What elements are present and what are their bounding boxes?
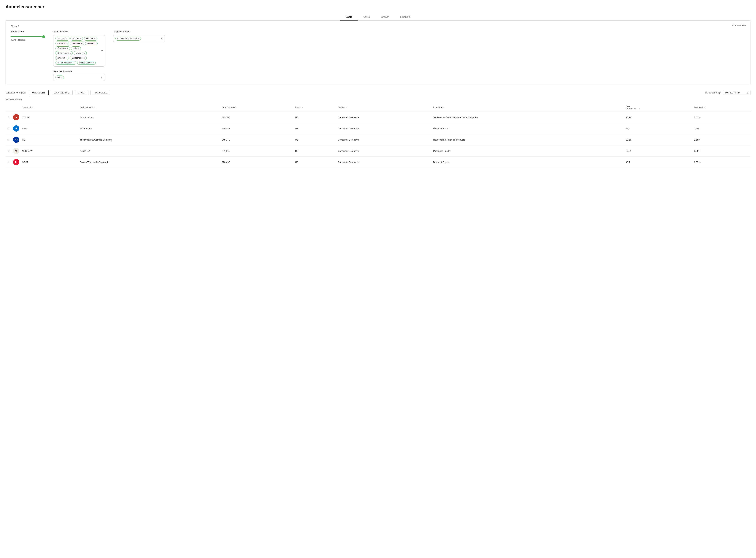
tab-financial[interactable]: Financial (395, 14, 416, 21)
col-sector[interactable]: Sector ⇅ (336, 103, 432, 112)
tag-australia[interactable]: Australia × (55, 37, 70, 41)
company-logo: ▲ (13, 114, 19, 120)
cell-beurswaarde: 345,14B (220, 134, 294, 145)
remove-switzerland[interactable]: × (83, 57, 85, 59)
company-logo: 🦅 (13, 148, 19, 154)
remove-netherlands[interactable]: × (70, 52, 71, 54)
cell-name: Broadcom Inc (78, 112, 220, 123)
favorite-button[interactable]: ☆ (7, 149, 10, 153)
table-row: ☆ ▲ 1YD.DE Broadcom Inc 425,38B US Consu… (5, 112, 751, 123)
reset-label: Reset alles (735, 24, 746, 27)
bedrijfsnaam-sort-icon: ⇅ (94, 106, 96, 108)
cell-beurswaarde: 425,38B (220, 112, 294, 123)
remove-france[interactable]: × (94, 43, 96, 45)
tag-austria[interactable]: Austria × (71, 37, 83, 41)
remove-italy[interactable]: × (78, 47, 79, 50)
col-beurswaarde[interactable]: Beurswaarde ↓ (220, 103, 294, 112)
col-symbool[interactable]: Symbool ⇅ (21, 103, 78, 112)
cell-symbol: 1YD.DE (21, 112, 78, 123)
sort-container: Sla screener op: MARKET CAP ∨ (705, 90, 751, 95)
company-logo: C (13, 159, 19, 165)
tag-belgium[interactable]: Belgium × (84, 37, 97, 41)
remove-austria[interactable]: × (80, 37, 81, 40)
table-row: ☆ C COST Costco Wholesale Corporation 27… (5, 157, 751, 168)
view-label: Selecteer weergave: (5, 92, 26, 94)
view-waardering-button[interactable]: WAARDERING (51, 90, 73, 95)
tag-france[interactable]: France × (85, 42, 98, 45)
remove-all[interactable]: × (60, 76, 62, 79)
view-overzicht-button[interactable]: OVERZICHT (29, 90, 49, 95)
industrie-chevron-icon[interactable]: ∨ (101, 76, 103, 79)
col-industrie[interactable]: Industrie ⇅ (432, 103, 624, 112)
remove-australia[interactable]: × (67, 37, 68, 40)
cell-sector: Consumer Defensive (336, 123, 432, 134)
industrie-label: Selecteer industrie: (53, 70, 746, 73)
remove-sweden[interactable]: × (66, 57, 67, 59)
cell-name: Costco Wholesale Corporation (78, 157, 220, 168)
col-favorite (5, 103, 12, 112)
table-row: ☆ ✦ WMT Walmart Inc. 410,38B US Consumer… (5, 123, 751, 134)
filter-panel: Filters: 2 ↺ Reset alles Beurswaarde <50… (5, 21, 751, 85)
favorite-button[interactable]: ☆ (7, 127, 10, 130)
tag-norway[interactable]: Norway × (74, 51, 86, 55)
table-header-row: Symbool ⇅ Bedrijfsnaam ⇅ Beurswaarde ↓ L… (5, 103, 751, 112)
cell-kw: 22,69 (624, 134, 693, 145)
tab-value[interactable]: Value (358, 14, 375, 21)
tab-basic[interactable]: Basic (340, 14, 358, 21)
tag-sweden[interactable]: Sweden × (55, 56, 69, 60)
tag-denmark[interactable]: Denmark × (70, 42, 84, 45)
sort-chevron-icon: ∨ (747, 92, 748, 94)
favorite-button[interactable]: ☆ (7, 160, 10, 164)
cell-land: US (294, 157, 336, 168)
land-sort-icon: ⇅ (302, 106, 303, 108)
tag-united-states[interactable]: United States × (77, 61, 96, 65)
remove-norway[interactable]: × (83, 52, 85, 54)
favorite-button[interactable]: ☆ (7, 116, 10, 119)
favorite-button[interactable]: ☆ (7, 138, 10, 142)
land-tags-container: Australia × Austria × Belgium × Canada ×… (55, 37, 103, 65)
land-select-box[interactable]: Australia × Austria × Belgium × Canada ×… (53, 35, 105, 67)
sector-select-box[interactable]: Consumer Defensive × ∨ (113, 35, 165, 43)
cell-dividend: 0,65% (693, 157, 751, 168)
remove-consumer-defensive[interactable]: × (137, 37, 139, 40)
tab-growth[interactable]: Growth (375, 14, 395, 21)
view-groei-button[interactable]: GROEI (75, 90, 88, 95)
cell-industrie: Household & Personal Products (432, 134, 624, 145)
col-kw[interactable]: K/WVerhouding ⇅ (624, 103, 693, 112)
beurswaarde-slider[interactable] (10, 36, 45, 37)
cell-land: US (294, 123, 336, 134)
kw-sort-icon: ⇅ (638, 108, 640, 110)
col-land[interactable]: Land ⇅ (294, 103, 336, 112)
sector-chevron-icon[interactable]: ∨ (161, 37, 163, 40)
remove-belgium[interactable]: × (94, 37, 96, 40)
cell-symbol: COST (21, 157, 78, 168)
beurswaarde-filter: Beurswaarde <50M - 3 Biljoen (10, 30, 45, 41)
tag-consumer-defensive[interactable]: Consumer Defensive × (115, 37, 141, 41)
view-financieel-button[interactable]: FINANCIEEL (90, 90, 110, 95)
tag-netherlands[interactable]: Netherlands × (55, 51, 73, 55)
land-chevron-icon[interactable]: ∨ (101, 49, 103, 52)
tag-italy[interactable]: Italy × (71, 46, 81, 50)
tag-united-kingdom[interactable]: United Kingdom × (55, 61, 76, 65)
page-title: Aandelenscreener (5, 4, 751, 9)
cell-dividend: 2,55% (693, 134, 751, 145)
reset-button[interactable]: ↺ Reset alles (732, 24, 746, 27)
col-dividend[interactable]: Dividend ⇅ (693, 103, 751, 112)
table-row: ☆ P&G PG The Procter & Gamble Company 34… (5, 134, 751, 145)
remove-denmark[interactable]: × (81, 43, 82, 45)
tag-all[interactable]: All × (55, 76, 64, 79)
cell-dividend: 2,99% (693, 145, 751, 157)
industrie-select-box[interactable]: All × ∨ (53, 74, 105, 81)
sort-select[interactable]: MARKET CAP ∨ (723, 90, 751, 95)
tag-switzerland[interactable]: Switzerland × (70, 56, 87, 60)
remove-united-states[interactable]: × (93, 62, 94, 64)
cell-sector: Consumer Defensive (336, 157, 432, 168)
remove-united-kingdom[interactable]: × (73, 62, 74, 64)
remove-canada[interactable]: × (66, 43, 67, 45)
remove-germany[interactable]: × (67, 47, 68, 50)
cell-industrie: Discount Stores (432, 157, 624, 168)
tag-canada[interactable]: Canada × (55, 42, 69, 45)
tag-germany[interactable]: Germany × (55, 46, 70, 50)
col-bedrijfsnaam[interactable]: Bedrijfsnaam ⇅ (78, 103, 220, 112)
reset-icon: ↺ (732, 24, 734, 27)
